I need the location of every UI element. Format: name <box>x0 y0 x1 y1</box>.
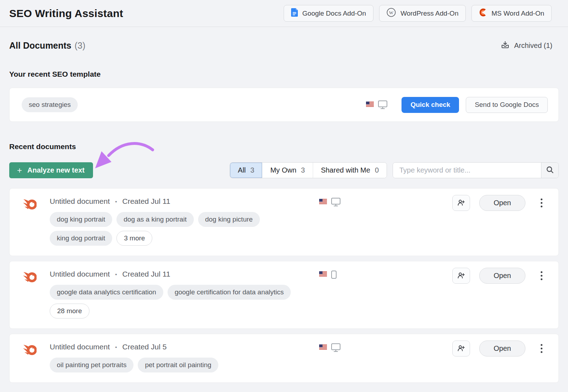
tab-count: 3 <box>250 166 254 174</box>
archived-label: Archived (1) <box>514 42 552 50</box>
document-card: Untitled document • Created Jul 11 dog k… <box>9 188 559 256</box>
top-bar: SEO Writing Assistant Google Docs Add-On… <box>0 0 568 27</box>
archived-button[interactable]: Archived (1) <box>501 40 552 51</box>
keyword-tag: dog as a king portrait <box>116 212 193 227</box>
tab-my-own[interactable]: My Own 3 <box>262 163 313 178</box>
template-section-heading: Your recent SEO template <box>9 70 559 78</box>
keyword-tag: pet portrait oil painting <box>138 358 218 372</box>
share-document-button[interactable] <box>452 195 470 211</box>
semrush-icon <box>23 343 37 358</box>
page-title: SEO Writing Assistant <box>9 7 123 20</box>
desktop-icon <box>378 100 387 109</box>
share-document-button[interactable] <box>452 268 470 284</box>
wordpress-addon-button[interactable]: W WordPress Add-On <box>379 5 466 22</box>
seo-writing-assistant-page: SEO Writing Assistant Google Docs Add-On… <box>0 0 568 392</box>
search-input[interactable] <box>393 163 541 178</box>
analyze-new-text-button[interactable]: + Analyze new text <box>9 162 93 178</box>
document-card: Untitled document • Created Jul 5 oil pa… <box>9 334 559 383</box>
addon-label: WordPress Add-On <box>400 10 458 17</box>
quick-check-button[interactable]: Quick check <box>402 97 459 113</box>
ms-word-addon-button[interactable]: MS Word Add-On <box>471 5 552 22</box>
kebab-menu-icon[interactable] <box>539 342 544 355</box>
keyword-tag: king dog portrait <box>50 231 112 246</box>
document-title: Untitled document <box>50 343 110 351</box>
addon-label: MS Word Add-On <box>491 10 544 17</box>
addon-buttons: Google Docs Add-On W WordPress Add-On MS… <box>284 5 552 22</box>
keyword-tag: dog king portrait <box>50 212 112 227</box>
plus-icon: + <box>17 166 22 175</box>
recent-documents-heading: Recent documents <box>9 142 559 151</box>
wordpress-icon: W <box>387 8 396 19</box>
kebab-menu-icon[interactable] <box>539 196 544 209</box>
document-keyword-tags: dog king portrait dog as a king portrait… <box>50 212 314 246</box>
document-title: Untitled document <box>50 197 110 206</box>
mobile-icon <box>331 271 337 279</box>
us-flag-icon <box>319 271 327 278</box>
tab-label: My Own <box>270 166 296 174</box>
documents-count: (3) <box>75 40 86 50</box>
document-meta-icons <box>319 271 337 279</box>
tab-count: 3 <box>301 166 305 174</box>
document-meta-icons <box>319 198 340 207</box>
semrush-icon <box>23 270 37 285</box>
add-user-icon <box>458 272 465 280</box>
bullet-separator: • <box>115 198 117 205</box>
send-to-google-docs-button[interactable]: Send to Google Docs <box>466 97 548 113</box>
open-document-button[interactable]: Open <box>479 195 525 211</box>
bullet-separator: • <box>115 344 117 350</box>
google-docs-addon-button[interactable]: Google Docs Add-On <box>284 5 374 22</box>
document-created: Created Jul 5 <box>122 343 167 351</box>
tab-shared-with-me[interactable]: Shared with Me 0 <box>313 163 387 178</box>
semrush-icon <box>23 197 37 212</box>
document-keyword-tags: oil painting pet portraits pet portrait … <box>50 358 314 372</box>
tab-all[interactable]: All 3 <box>230 163 262 178</box>
analyze-new-text-label: Analyze new text <box>27 166 84 174</box>
desktop-icon <box>331 343 340 352</box>
document-keyword-tags: google data analytics certification goog… <box>50 285 314 318</box>
document-search <box>393 162 559 178</box>
documents-filter-tabs: All 3 My Own 3 Shared with Me 0 <box>230 162 387 178</box>
us-flag-icon <box>319 344 327 351</box>
desktop-icon <box>331 198 340 207</box>
tab-count: 0 <box>375 166 379 174</box>
keyword-tag: google certification for data analytics <box>168 285 291 300</box>
search-button[interactable] <box>541 163 558 178</box>
template-card-controls: Quick check Send to Google Docs <box>366 97 548 113</box>
search-icon <box>546 166 554 175</box>
us-flag-icon <box>366 102 374 108</box>
template-card: seo strategies Quick check Send to Googl… <box>9 88 559 122</box>
tab-label: All <box>238 166 246 174</box>
open-document-button[interactable]: Open <box>479 341 525 356</box>
addon-label: Google Docs Add-On <box>302 10 366 17</box>
all-documents-title: All Documents(3) <box>9 40 86 51</box>
tab-label: Shared with Me <box>321 166 370 174</box>
document-actions: Open <box>452 268 544 284</box>
more-tags-button[interactable]: 28 more <box>50 304 89 318</box>
document-card: Untitled document • Created Jul 11 googl… <box>9 261 559 329</box>
template-keyword-tag: seo strategies <box>22 97 78 112</box>
documents-header: All Documents(3) Archived (1) <box>9 40 559 51</box>
svg-text:W: W <box>389 10 394 15</box>
document-meta-icons <box>319 343 340 352</box>
ms-word-icon <box>479 8 487 18</box>
document-created: Created Jul 11 <box>122 197 170 206</box>
document-actions: Open <box>452 341 544 356</box>
document-title: Untitled document <box>50 270 110 278</box>
keyword-tag: dog king picture <box>198 212 260 227</box>
all-documents-label: All Documents <box>9 40 71 50</box>
google-docs-icon <box>291 8 298 18</box>
keyword-tag: oil painting pet portraits <box>50 358 133 372</box>
open-document-button[interactable]: Open <box>479 268 525 284</box>
keyword-tag: google data analytics certification <box>50 285 163 300</box>
documents-toolbar: + Analyze new text All 3 My Own 3 Shared… <box>9 162 559 178</box>
more-tags-button[interactable]: 3 more <box>116 231 152 246</box>
document-actions: Open <box>452 195 544 211</box>
bullet-separator: • <box>115 271 117 277</box>
document-created: Created Jul 11 <box>122 270 170 278</box>
main-content: All Documents(3) Archived (1) Your recen… <box>0 40 568 383</box>
us-flag-icon <box>319 199 327 206</box>
kebab-menu-icon[interactable] <box>539 269 544 282</box>
share-document-button[interactable] <box>452 341 470 356</box>
add-user-icon <box>458 199 465 207</box>
archive-icon <box>501 40 509 51</box>
